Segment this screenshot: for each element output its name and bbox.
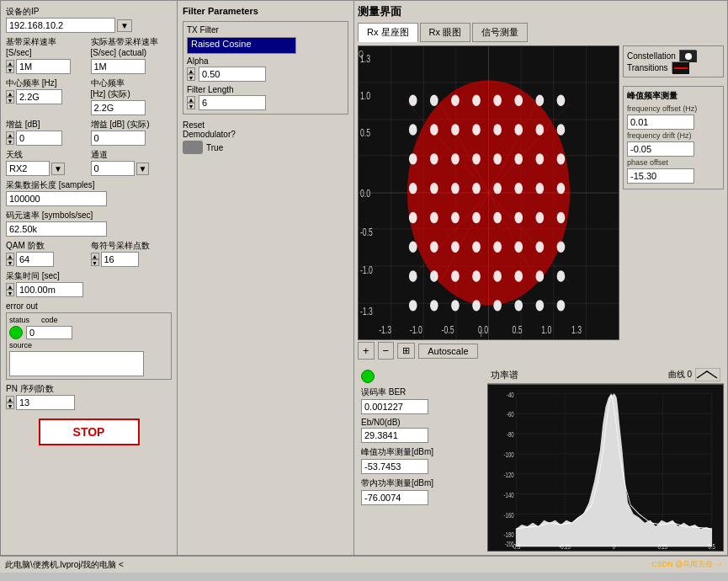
svg-point-92 [536,270,545,281]
tab-constellation[interactable]: Rx 星座图 [358,23,418,42]
constellation-plot: -1.3 -1.0 -0.5 0.0 0.5 1.0 1.3 I 1.3 [358,45,619,340]
gain-up[interactable]: ▲ [6,131,14,138]
constellation-svg: -1.3 -1.0 -0.5 0.0 0.5 1.0 1.3 I 1.3 [359,46,619,339]
error-status-icon [9,326,23,339]
power-spectrum-plot: -40 -60 -80 -100 -120 -140 -160 -180 -20… [487,384,724,552]
alpha-input[interactable] [199,67,266,82]
svg-point-81 [472,242,481,253]
filter-type-dropdown[interactable]: Raised Cosine [187,37,296,54]
center-freq-label: 中心频率 [Hz] [6,77,88,88]
svg-point-82 [493,242,502,253]
channel-input[interactable] [91,161,135,176]
ber-label: 误码率 BER [361,386,481,398]
status-indicator [361,370,375,383]
actual-sample-rate-input[interactable] [91,59,146,74]
capture-time-input[interactable] [16,282,83,297]
sps-input[interactable] [101,252,139,267]
svg-point-77 [557,212,566,223]
svg-point-78 [409,242,417,253]
center-freq-down[interactable]: ▼ [6,97,14,104]
svg-text:0.5: 0.5 [513,324,523,336]
bottom-area: 误码率 BER Eb/N0(dB) 峰值功率测量[dBm] 带内功率测量[dBm… [358,366,724,552]
actual-gain-label: 增益 [dB] (实际) [91,119,173,130]
reset-value: True [206,143,223,152]
tabs-row: Rx 星座图 Rx 眼图 信号测量 [358,23,724,42]
reset-toggle[interactable] [183,141,203,154]
phase-offset-input[interactable] [627,168,694,184]
capture-time-up[interactable]: ▲ [6,283,14,290]
alpha-up[interactable]: ▲ [187,67,195,74]
svg-point-54 [409,153,417,164]
autoscale-btn[interactable]: Autoscale [418,344,477,359]
freq-offset-input[interactable] [627,115,694,130]
svg-text:1.3: 1.3 [571,324,582,336]
error-status-label: status [9,316,29,324]
left-stats: 误码率 BER Eb/N0(dB) 峰值功率测量[dBm] 带内功率测量[dBm… [358,366,484,552]
statusbar-path: 此电脑\便携机.lvproj/我的电脑 < [5,559,124,571]
device-ip-group: 设备的IP ▼ [6,6,172,33]
sps-down[interactable]: ▼ [91,259,99,266]
svg-text:-180: -180 [504,530,514,540]
center-freq-up[interactable]: ▲ [6,90,14,97]
symbol-rate-input[interactable] [6,221,107,237]
svg-point-86 [409,270,417,281]
sps-up[interactable]: ▲ [91,253,99,259]
actual-center-freq-input[interactable] [91,100,146,115]
channel-dropdown[interactable]: ▼ [136,163,150,175]
sample-rate-input[interactable] [16,59,71,74]
error-code-input[interactable] [26,326,72,339]
gain-down[interactable]: ▼ [6,138,14,145]
svg-point-100 [536,300,545,311]
constellation-color-box [679,50,696,61]
svg-point-57 [472,153,481,164]
constellation-area: -1.3 -1.0 -0.5 0.0 0.5 1.0 1.3 I 1.3 [358,45,724,363]
zoom-plus-btn[interactable]: + [358,342,375,360]
device-ip-input[interactable] [6,18,115,33]
ebn0-input[interactable] [361,428,428,443]
freq-offset-label: frequency offset (Hz) [627,104,720,113]
stop-button[interactable]: STOP [39,418,140,445]
pn-up[interactable]: ▲ [6,396,14,402]
freq-drift-input[interactable] [627,141,694,157]
error-source-label: source [9,341,168,349]
filter-len-down[interactable]: ▼ [187,103,195,109]
error-source-input[interactable] [9,351,144,376]
power-spectrum-svg: -40 -60 -80 -100 -120 -140 -160 -180 -20… [488,385,723,551]
zoom-minus-btn[interactable]: − [378,342,395,360]
antenna-dropdown[interactable]: ▼ [51,163,65,175]
svg-text:1.0: 1.0 [541,324,551,336]
tab-eye[interactable]: Rx 眼图 [420,23,471,42]
capture-time-down[interactable]: ▼ [6,290,14,296]
tx-filter-label: TX Filter [187,25,344,35]
ber-input[interactable] [361,399,428,414]
device-ip-dropdown[interactable]: ▼ [117,19,132,32]
sample-rate-down[interactable]: ▼ [6,67,14,73]
peak-power-input[interactable] [361,459,428,474]
pn-input[interactable] [16,395,75,410]
gain-input[interactable] [16,131,62,146]
alpha-down[interactable]: ▼ [187,74,195,81]
actual-gain-input[interactable] [91,131,146,146]
svg-point-76 [536,212,545,223]
svg-point-89 [472,270,481,281]
qam-up[interactable]: ▲ [6,253,14,259]
zoom-fit-btn[interactable]: ⊞ [397,343,415,359]
samples-input[interactable] [6,191,107,206]
ebn0-label: Eb/N0(dB) [361,418,481,427]
filter-length-input[interactable] [199,95,266,110]
svg-text:-60: -60 [507,410,514,419]
qam-down[interactable]: ▼ [6,259,14,266]
alpha-label: Alpha [187,56,209,66]
filter-len-up[interactable]: ▲ [187,96,195,103]
power-title-bar: 功率谱 曲线 0 [487,366,724,384]
tab-signal[interactable]: 信号测量 [472,23,528,42]
svg-point-66 [493,183,502,194]
svg-point-65 [472,183,481,194]
qam-input[interactable] [16,252,54,267]
sample-rate-up[interactable]: ▲ [6,60,14,67]
reset-demod-label: Demodulator? [183,130,348,139]
antenna-input[interactable] [6,161,50,176]
pn-down[interactable]: ▼ [6,402,14,409]
center-freq-input[interactable] [16,89,62,104]
inband-power-input[interactable] [361,490,428,505]
